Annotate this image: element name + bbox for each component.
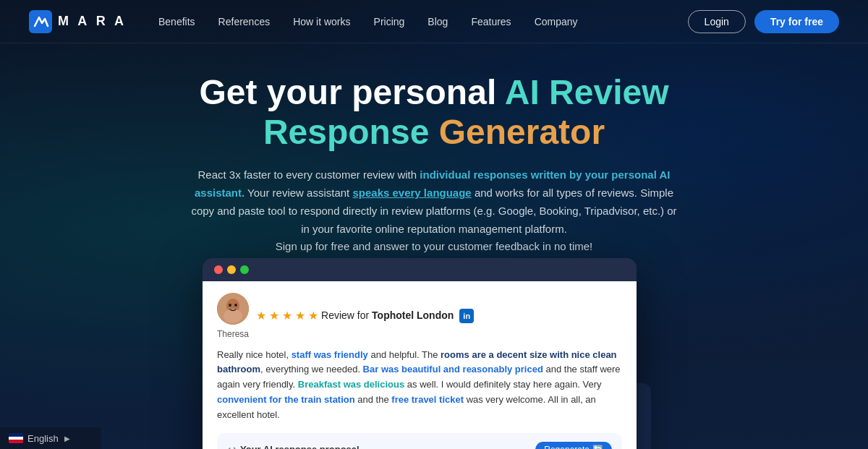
review-text: Really nice hotel, staff was friendly an…: [217, 348, 622, 423]
avatar-column: Theresa: [217, 293, 249, 339]
svg-point-5: [234, 304, 237, 307]
regenerate-label: Regenerate: [544, 445, 590, 449]
demo-area: Theresa ★ ★ ★ ★ ★ Review for Tophotel Lo…: [0, 344, 868, 449]
hero-title-space: [429, 113, 438, 151]
response-label-text: Your AI response proposal: [240, 444, 359, 449]
review-highlight-3: Bar was beautiful and reasonably priced: [363, 364, 543, 375]
hero-title-plain1: Get your personal: [199, 73, 504, 111]
review-highlight-4: Breakfast was delicious: [298, 379, 404, 390]
navbar: M A R A Benefits References How it works…: [0, 0, 868, 43]
nav-company[interactable]: Company: [524, 12, 588, 32]
nav-blog[interactable]: Blog: [417, 12, 458, 32]
hero-title-highlight2: Generator: [439, 113, 605, 151]
nav-actions: Login Try for free: [688, 10, 839, 33]
star-5: ★: [308, 309, 318, 322]
reviewer-name: Theresa: [217, 329, 249, 339]
review-for-label: Review for Tophotel London in: [321, 309, 474, 323]
hotel-badge-icon: in: [459, 309, 474, 323]
window-body: Theresa ★ ★ ★ ★ ★ Review for Tophotel Lo…: [203, 281, 637, 449]
logo-text: M A R A: [58, 14, 127, 29]
logo-icon: [29, 10, 52, 33]
review-highlight-1: staff was friendly: [292, 349, 368, 360]
hero-title: Get your personal AI Review Response Gen…: [123, 72, 745, 152]
star-rating: ★ ★ ★ ★ ★ Review for Tophotel London in: [256, 309, 474, 323]
response-section: ↩ Your AI response proposal Regenerate 🔄…: [217, 433, 622, 449]
footer-language[interactable]: English ▶: [0, 427, 101, 449]
regenerate-icon: 🔄: [592, 445, 603, 449]
response-label: ↩ Your AI response proposal: [227, 444, 359, 449]
logo[interactable]: M A R A: [29, 10, 127, 33]
star-4: ★: [295, 309, 305, 322]
avatar-face-icon: [217, 293, 249, 325]
language-flag-icon: [9, 433, 23, 443]
regenerate-button[interactable]: Regenerate 🔄: [535, 442, 612, 449]
nav-links: Benefits References How it works Pricing…: [148, 12, 688, 32]
avatar: [217, 293, 249, 325]
nav-references[interactable]: References: [208, 12, 281, 32]
review-highlight-5: convenient for the train station: [217, 394, 355, 405]
window-dot-yellow: [227, 265, 236, 274]
review-header: Theresa ★ ★ ★ ★ ★ Review for Tophotel Lo…: [217, 293, 622, 339]
reply-icon: ↩: [227, 444, 236, 449]
window-dot-red: [214, 265, 223, 274]
star-2: ★: [269, 309, 279, 322]
review-meta: ★ ★ ★ ★ ★ Review for Tophotel London in: [256, 309, 474, 323]
nav-benefits[interactable]: Benefits: [148, 12, 205, 32]
review-highlight-6: free travel ticket: [391, 394, 464, 405]
login-button[interactable]: Login: [688, 10, 746, 33]
response-header: ↩ Your AI response proposal Regenerate 🔄: [227, 442, 612, 449]
language-label: English: [27, 433, 59, 444]
star-3: ★: [282, 309, 292, 322]
window-dot-green: [240, 265, 249, 274]
window-titlebar: [203, 258, 637, 281]
star-1: ★: [256, 309, 266, 322]
demo-window: Theresa ★ ★ ★ ★ ★ Review for Tophotel Lo…: [203, 258, 637, 449]
try-for-free-nav-button[interactable]: Try for free: [754, 10, 839, 33]
nav-pricing[interactable]: Pricing: [364, 12, 415, 32]
hotel-name: Tophotel London: [372, 309, 454, 321]
chevron-down-icon: ▶: [64, 435, 70, 442]
nav-features[interactable]: Features: [461, 12, 521, 32]
hero-subtitle: React 3x faster to every customer review…: [188, 166, 680, 256]
svg-point-4: [229, 304, 231, 307]
nav-how-it-works[interactable]: How it works: [283, 12, 360, 32]
